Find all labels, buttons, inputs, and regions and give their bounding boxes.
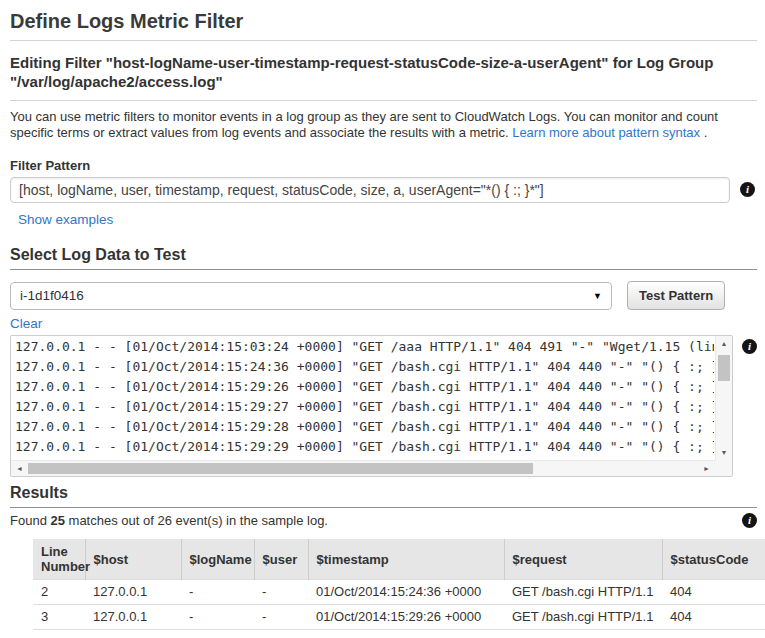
table-cell: 01/Oct/2014:15:24:36 +0000 [308,580,504,605]
found-prefix: Found [10,513,50,528]
log-line: 127.0.0.1 - - [01/Oct/2014:15:03:24 +000… [15,337,714,357]
column-header: $logName [181,539,254,580]
filter-pattern-label: Filter Pattern [10,158,757,173]
column-header: $statusCode [662,539,765,580]
vertical-scrollbar-thumb[interactable] [718,355,730,381]
define-logs-metric-filter-page: Define Logs Metric Filter Editing Filter… [0,0,765,638]
log-stream-select[interactable]: i-1d1f0416 ▼ [10,282,612,310]
table-cell [662,630,765,638]
page-title: Define Logs Metric Filter [10,10,757,41]
select-log-data-heading: Select Log Data to Test [10,246,757,270]
select-dropdown-arrow-icon: ▼ [593,291,602,301]
log-sample-textarea[interactable]: 127.0.0.1 - - [01/Oct/2014:15:03:24 +000… [10,335,733,477]
clear-link[interactable]: Clear [10,316,42,331]
editing-filter-subtitle: Editing Filter "host-logName-user-timest… [10,53,757,101]
table-cell: 01/Oct/2014:15:29:26 +0000 [308,605,504,630]
table-cell: 404 [662,605,765,630]
results-table: Line Number$host$logName$user$timestamp$… [33,539,765,638]
scroll-down-arrow-icon[interactable]: ▼ [716,449,732,456]
found-suffix: matches out of 26 event(s) in the sample… [65,513,328,528]
table-cell [308,630,504,638]
column-header: $user [254,539,308,580]
filter-pattern-input[interactable] [10,177,730,203]
filter-pattern-row: i [10,177,757,203]
table-cell: GET /bash.cgi HTTP/1.1 [504,605,662,630]
table-cell: 3 [33,605,85,630]
column-header: Line Number [33,539,85,580]
table-cell: - [254,605,308,630]
results-info-icon[interactable]: i [742,513,757,528]
column-header: $host [85,539,181,580]
scroll-left-arrow-icon[interactable]: ◄ [16,461,23,477]
log-line: 127.0.0.1 - - [01/Oct/2014:15:29:29 +000… [15,437,714,457]
log-line: 127.0.0.1 - - [01/Oct/2014:15:29:28 +000… [15,417,714,437]
column-header: $timestamp [308,539,504,580]
table-row-partial [33,630,765,638]
log-content: 127.0.0.1 - - [01/Oct/2014:15:03:24 +000… [15,337,714,459]
table-cell: - [181,580,254,605]
results-summary: Found 25 matches out of 26 event(s) in t… [10,513,742,528]
table-cell: 2 [33,580,85,605]
log-sample-row: 127.0.0.1 - - [01/Oct/2014:15:03:24 +000… [10,335,757,477]
show-examples-link[interactable]: Show examples [18,212,113,227]
log-line: 127.0.0.1 - - [01/Oct/2014:15:29:26 +000… [15,377,714,397]
match-count: 25 [50,513,64,528]
intro-suffix: . [700,125,707,140]
table-cell [33,630,85,638]
horizontal-scrollbar[interactable]: ◄ ► [11,460,715,476]
column-header: $request [504,539,662,580]
table-cell [181,630,254,638]
intro-paragraph: You can use metric filters to monitor ev… [10,109,757,140]
table-cell: - [181,605,254,630]
table-row: 2127.0.0.1--01/Oct/2014:15:24:36 +0000GE… [33,580,765,605]
results-heading: Results [10,484,757,508]
log-stream-selected-value: i-1d1f0416 [20,288,84,303]
table-cell: 127.0.0.1 [85,580,181,605]
log-line: 127.0.0.1 - - [01/Oct/2014:15:29:27 +000… [15,397,714,417]
results-table-header-row: Line Number$host$logName$user$timestamp$… [33,539,765,580]
log-source-row: i-1d1f0416 ▼ Test Pattern [10,281,757,310]
filter-pattern-info-icon[interactable]: i [740,182,755,197]
table-cell [85,630,181,638]
table-cell [504,630,662,638]
vertical-scrollbar[interactable]: ▲ ▼ [715,336,732,460]
horizontal-scrollbar-thumb[interactable] [28,463,533,474]
table-cell: 127.0.0.1 [85,605,181,630]
table-cell: 404 [662,580,765,605]
learn-more-pattern-syntax-link[interactable]: Learn more about pattern syntax [512,125,700,140]
table-row: 3127.0.0.1--01/Oct/2014:15:29:26 +0000GE… [33,605,765,630]
test-pattern-button[interactable]: Test Pattern [627,281,725,310]
table-cell: - [254,580,308,605]
results-table-body: 2127.0.0.1--01/Oct/2014:15:24:36 +0000GE… [33,580,765,638]
results-summary-row: Found 25 matches out of 26 event(s) in t… [10,513,757,528]
table-cell: GET /bash.cgi HTTP/1.1 [504,580,662,605]
scroll-up-arrow-icon[interactable]: ▲ [716,340,732,347]
scroll-right-arrow-icon[interactable]: ► [703,461,710,477]
log-sample-info-icon[interactable]: i [742,339,757,354]
scrollbar-corner [715,460,732,476]
results-table-wrap: Line Number$host$logName$user$timestamp$… [33,539,757,638]
table-cell [254,630,308,638]
log-line: 127.0.0.1 - - [01/Oct/2014:15:24:36 +000… [15,357,714,377]
